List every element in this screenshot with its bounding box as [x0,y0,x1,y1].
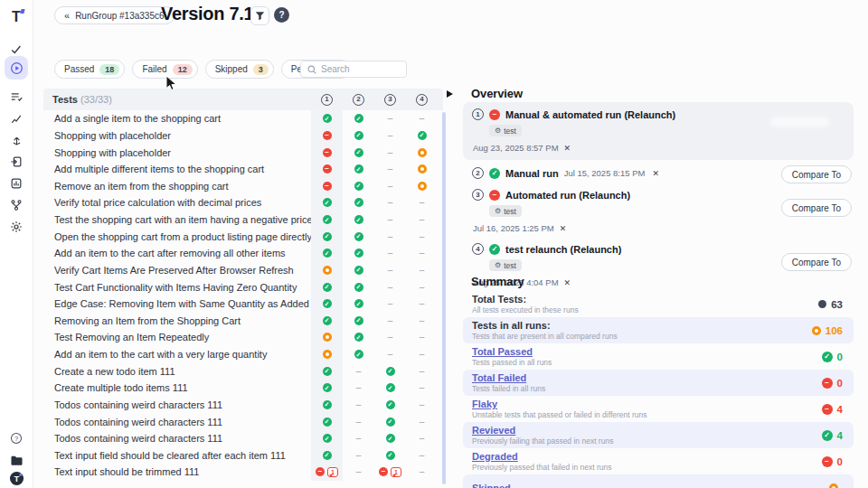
filter-chip-skipped[interactable]: Skipped3 [205,60,274,79]
remove-run-icon[interactable]: ✕ [564,278,571,287]
passed-status-icon[interactable]: ✓ [354,266,363,275]
passed-status-icon[interactable]: ✓ [354,299,363,308]
passed-status-icon[interactable]: ✓ [386,451,395,460]
table-row[interactable]: Add multiple different items to the shop… [43,161,443,178]
passed-status-icon[interactable]: ✓ [822,430,833,441]
skipped-status-icon[interactable] [418,148,427,157]
comment-badge[interactable]: 1 [327,467,338,477]
passed-status-icon[interactable]: ✓ [489,244,500,255]
passed-status-icon[interactable]: ✓ [354,232,363,241]
table-row[interactable]: Test Cart Functionality with Items Havin… [43,278,443,296]
failed-status-icon[interactable]: − [489,190,500,201]
table-row[interactable]: Add an item to the cart after removing a… [43,245,443,262]
table-row[interactable]: Text input should be trimmed 111−1–−1– [43,464,443,481]
sidebar-item-settings[interactable] [0,217,33,237]
table-row[interactable]: Todos containing weird characters 111✓–✓… [43,413,443,430]
sidebar-item-pulse[interactable] [0,108,33,128]
table-row[interactable]: Removing an Item from the Shopping Cart✓… [43,313,443,330]
table-row[interactable]: Verify Cart Items Are Preserved After Br… [43,262,443,279]
sidebar-item-profile[interactable]: T [0,468,33,488]
skipped-status-icon[interactable] [418,164,427,174]
remove-run-icon[interactable]: ✕ [564,144,571,153]
sidebar-item-import[interactable] [0,152,33,172]
failed-status-icon[interactable]: − [489,109,500,120]
run-name-link[interactable]: Manual run [505,168,559,179]
passed-status-icon[interactable]: ✓ [323,367,332,376]
rungroup-back-button[interactable]: « RunGroup #13a335c6 [54,6,175,24]
passed-status-icon[interactable]: ✓ [354,316,363,325]
passed-status-icon[interactable]: ✓ [323,434,332,443]
summary-link[interactable]: Total Passed [472,346,533,357]
passed-status-icon[interactable]: ✓ [323,316,332,325]
passed-status-icon[interactable]: ✓ [323,451,332,460]
skipped-status-icon[interactable] [418,182,427,191]
table-row[interactable]: Create multiple todo items 111✓–✓– [43,380,443,397]
passed-status-icon[interactable]: ✓ [354,131,363,140]
passed-status-icon[interactable]: ✓ [323,232,332,241]
passed-status-icon[interactable]: ✓ [386,367,395,376]
failed-status-icon[interactable]: − [323,131,332,140]
passed-status-icon[interactable]: ✓ [354,182,363,191]
compare-to-button[interactable]: Compare To [781,253,852,271]
passed-status-icon[interactable]: ✓ [386,418,395,427]
run-item[interactable]: 3−Automated run (Relaunch)⚙testJul 16, 2… [463,186,854,236]
remove-run-icon[interactable]: ✕ [652,169,659,178]
table-row[interactable]: Shopping with placeholder−✓– [43,144,443,161]
search-box[interactable] [300,61,407,78]
run-item[interactable]: 1−Manual & automated run (Relaunch)⚙test… [463,102,854,160]
table-row[interactable]: Test the shopping cart with an item havi… [43,211,443,229]
compare-to-button[interactable]: Compare To [781,199,852,217]
summary-link[interactable]: Revieved [472,425,515,436]
passed-status-icon[interactable]: ✓ [822,352,833,362]
tests-scrollbar[interactable] [442,112,446,484]
failed-status-icon[interactable]: − [822,378,833,389]
filter-button[interactable] [250,6,269,25]
sidebar-item-projects[interactable] [0,450,33,470]
passed-status-icon[interactable]: ✓ [354,148,363,157]
table-row[interactable]: Shopping with placeholder−✓–✓ [43,127,443,145]
run-item[interactable]: 2✓Manual runJul 15, 2025 8:15 PM✕Compare… [463,164,854,182]
passed-status-icon[interactable]: ✓ [354,350,363,359]
passed-status-icon[interactable]: ✓ [354,249,363,258]
sidebar-item-analytics[interactable] [0,174,33,193]
help-button[interactable]: ? [274,7,289,23]
sidebar-item-milestones[interactable] [0,130,33,150]
table-row[interactable]: Add a single item to the shopping cart✓✓… [43,110,443,127]
table-row[interactable]: Test Removing an Item Repeatedly✓–– [43,329,443,346]
passed-status-icon[interactable]: ✓ [386,383,395,392]
passed-status-icon[interactable]: ✓ [323,114,332,123]
table-row[interactable]: Todos containing weird characters 111✓–✓… [43,430,443,447]
failed-status-icon[interactable]: − [323,148,332,157]
summary-link[interactable]: Degraded [472,451,518,462]
table-row[interactable]: Edge Case: Removing Item with Same Quant… [43,296,443,313]
passed-status-icon[interactable]: ✓ [354,164,363,174]
run-name-link[interactable]: Manual & automated run (Relaunch) [505,109,675,120]
failed-status-icon[interactable]: − [323,182,332,191]
passed-status-icon[interactable]: ✓ [323,198,332,207]
skipped-status-icon[interactable] [323,333,332,342]
passed-status-icon[interactable]: ✓ [323,400,332,409]
passed-status-icon[interactable]: ✓ [323,283,332,292]
passed-status-icon[interactable]: ✓ [323,215,332,224]
failed-status-icon[interactable]: − [822,404,833,415]
summary-link[interactable]: Flaky [472,399,497,409]
passed-status-icon[interactable]: ✓ [323,418,332,427]
summary-link[interactable]: Skipped [472,483,511,488]
passed-status-icon[interactable]: ✓ [386,400,395,409]
sidebar-item-branches[interactable] [0,195,33,215]
run-name-link[interactable]: Automated run (Relaunch) [505,190,630,201]
collapse-panel-arrow-icon[interactable] [447,90,453,98]
remove-run-icon[interactable]: ✕ [560,224,567,233]
passed-status-icon[interactable]: ✓ [489,168,500,179]
passed-status-icon[interactable]: ✓ [323,383,332,392]
failed-status-icon[interactable]: − [822,456,833,467]
sidebar-item-runs[interactable] [5,56,28,80]
sidebar-item-plans[interactable] [0,87,33,107]
skipped-status-icon[interactable] [323,350,332,359]
passed-status-icon[interactable]: ✓ [418,131,427,140]
table-row[interactable]: Create a new todo item 111✓–✓– [43,362,443,380]
comment-badge[interactable]: 1 [391,467,401,477]
summary-link[interactable]: Total Failed [472,372,526,383]
passed-status-icon[interactable]: ✓ [354,215,363,224]
passed-status-icon[interactable]: ✓ [354,333,363,342]
